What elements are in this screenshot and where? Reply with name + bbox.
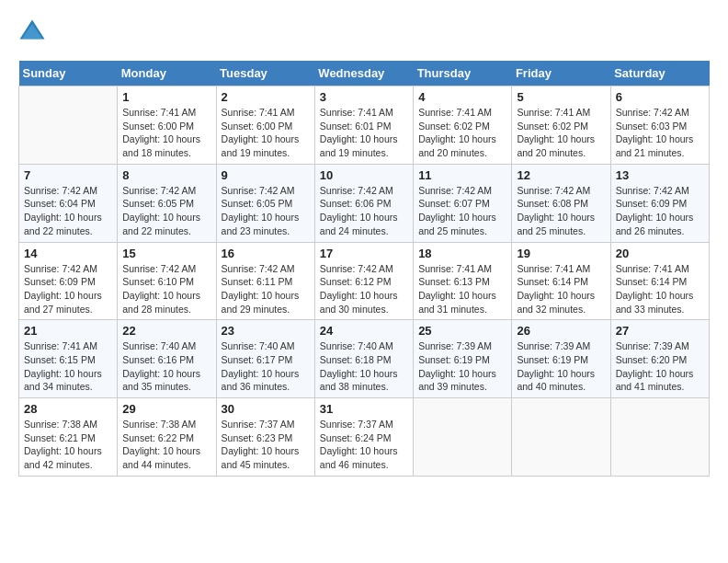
calendar-cell: 13Sunrise: 7:42 AM Sunset: 6:09 PM Dayli… <box>610 164 709 242</box>
column-header-monday: Monday <box>118 61 216 86</box>
day-number: 25 <box>418 324 506 338</box>
cell-content: Sunrise: 7:42 AM Sunset: 6:12 PM Dayligh… <box>320 262 408 316</box>
calendar-cell: 26Sunrise: 7:39 AM Sunset: 6:19 PM Dayli… <box>512 320 610 398</box>
day-number: 22 <box>122 324 210 338</box>
cell-content: Sunrise: 7:42 AM Sunset: 6:06 PM Dayligh… <box>320 184 408 238</box>
cell-content: Sunrise: 7:41 AM Sunset: 6:15 PM Dayligh… <box>24 339 112 394</box>
column-header-sunday: Sunday <box>19 61 118 86</box>
cell-content: Sunrise: 7:42 AM Sunset: 6:03 PM Dayligh… <box>616 106 704 160</box>
cell-content: Sunrise: 7:42 AM Sunset: 6:10 PM Dayligh… <box>122 262 210 316</box>
calendar-cell: 29Sunrise: 7:38 AM Sunset: 6:22 PM Dayli… <box>118 398 216 477</box>
calendar-cell <box>512 398 610 477</box>
calendar-cell <box>19 86 118 165</box>
day-number: 27 <box>616 324 704 338</box>
day-number: 24 <box>320 324 408 338</box>
calendar-cell: 10Sunrise: 7:42 AM Sunset: 6:06 PM Dayli… <box>314 164 413 242</box>
cell-content: Sunrise: 7:42 AM Sunset: 6:05 PM Dayligh… <box>122 184 210 238</box>
page-header <box>18 18 710 46</box>
cell-content: Sunrise: 7:41 AM Sunset: 6:14 PM Dayligh… <box>616 262 704 316</box>
day-number: 10 <box>320 168 408 182</box>
calendar-cell: 14Sunrise: 7:42 AM Sunset: 6:09 PM Dayli… <box>19 242 118 320</box>
day-number: 9 <box>222 168 310 182</box>
day-number: 29 <box>122 402 210 416</box>
calendar-cell: 4Sunrise: 7:41 AM Sunset: 6:02 PM Daylig… <box>414 86 512 165</box>
day-number: 23 <box>222 324 310 338</box>
header-row: SundayMondayTuesdayWednesdayThursdayFrid… <box>19 61 710 86</box>
calendar-cell: 23Sunrise: 7:40 AM Sunset: 6:17 PM Dayli… <box>216 320 314 398</box>
day-number: 4 <box>418 90 506 104</box>
column-header-thursday: Thursday <box>414 61 512 86</box>
cell-content: Sunrise: 7:41 AM Sunset: 6:00 PM Dayligh… <box>122 106 210 160</box>
day-number: 15 <box>122 247 210 260</box>
cell-content: Sunrise: 7:41 AM Sunset: 6:01 PM Dayligh… <box>320 106 408 160</box>
cell-content: Sunrise: 7:42 AM Sunset: 6:08 PM Dayligh… <box>517 184 605 238</box>
cell-content: Sunrise: 7:42 AM Sunset: 6:11 PM Dayligh… <box>222 262 310 316</box>
calendar-cell: 15Sunrise: 7:42 AM Sunset: 6:10 PM Dayli… <box>118 242 216 320</box>
calendar-cell: 24Sunrise: 7:40 AM Sunset: 6:18 PM Dayli… <box>314 320 413 398</box>
day-number: 5 <box>517 90 605 104</box>
calendar-cell: 19Sunrise: 7:41 AM Sunset: 6:14 PM Dayli… <box>512 242 610 320</box>
day-number: 6 <box>616 90 704 104</box>
cell-content: Sunrise: 7:41 AM Sunset: 6:02 PM Dayligh… <box>418 106 506 160</box>
cell-content: Sunrise: 7:41 AM Sunset: 6:14 PM Dayligh… <box>517 262 605 316</box>
column-header-tuesday: Tuesday <box>216 61 314 86</box>
calendar-cell: 7Sunrise: 7:42 AM Sunset: 6:04 PM Daylig… <box>19 164 118 242</box>
calendar-cell: 3Sunrise: 7:41 AM Sunset: 6:01 PM Daylig… <box>314 86 413 165</box>
logo-icon <box>18 18 46 46</box>
day-number: 19 <box>517 247 605 260</box>
cell-content: Sunrise: 7:42 AM Sunset: 6:04 PM Dayligh… <box>24 184 112 238</box>
cell-content: Sunrise: 7:42 AM Sunset: 6:09 PM Dayligh… <box>616 184 704 238</box>
week-row-1: 1Sunrise: 7:41 AM Sunset: 6:00 PM Daylig… <box>19 86 710 165</box>
calendar-cell: 22Sunrise: 7:40 AM Sunset: 6:16 PM Dayli… <box>118 320 216 398</box>
calendar-cell: 25Sunrise: 7:39 AM Sunset: 6:19 PM Dayli… <box>414 320 512 398</box>
cell-content: Sunrise: 7:37 AM Sunset: 6:24 PM Dayligh… <box>320 418 408 472</box>
cell-content: Sunrise: 7:40 AM Sunset: 6:17 PM Dayligh… <box>222 339 310 394</box>
cell-content: Sunrise: 7:40 AM Sunset: 6:18 PM Dayligh… <box>320 339 408 394</box>
day-number: 2 <box>222 90 310 104</box>
calendar-cell: 8Sunrise: 7:42 AM Sunset: 6:05 PM Daylig… <box>118 164 216 242</box>
day-number: 14 <box>24 247 112 260</box>
cell-content: Sunrise: 7:38 AM Sunset: 6:21 PM Dayligh… <box>24 418 112 472</box>
calendar-cell: 12Sunrise: 7:42 AM Sunset: 6:08 PM Dayli… <box>512 164 610 242</box>
column-header-wednesday: Wednesday <box>314 61 413 86</box>
cell-content: Sunrise: 7:38 AM Sunset: 6:22 PM Dayligh… <box>122 418 210 472</box>
day-number: 1 <box>122 90 210 104</box>
week-row-3: 14Sunrise: 7:42 AM Sunset: 6:09 PM Dayli… <box>19 242 710 320</box>
calendar-cell: 9Sunrise: 7:42 AM Sunset: 6:05 PM Daylig… <box>216 164 314 242</box>
cell-content: Sunrise: 7:39 AM Sunset: 6:19 PM Dayligh… <box>418 339 506 394</box>
calendar-cell: 1Sunrise: 7:41 AM Sunset: 6:00 PM Daylig… <box>118 86 216 165</box>
day-number: 16 <box>222 247 310 260</box>
calendar-cell: 16Sunrise: 7:42 AM Sunset: 6:11 PM Dayli… <box>216 242 314 320</box>
cell-content: Sunrise: 7:41 AM Sunset: 6:00 PM Dayligh… <box>222 106 310 160</box>
calendar-cell: 6Sunrise: 7:42 AM Sunset: 6:03 PM Daylig… <box>610 86 709 165</box>
day-number: 26 <box>517 324 605 338</box>
logo <box>18 18 50 46</box>
cell-content: Sunrise: 7:41 AM Sunset: 6:13 PM Dayligh… <box>418 262 506 316</box>
column-header-saturday: Saturday <box>610 61 709 86</box>
calendar-cell: 5Sunrise: 7:41 AM Sunset: 6:02 PM Daylig… <box>512 86 610 165</box>
calendar-cell <box>610 398 709 477</box>
cell-content: Sunrise: 7:39 AM Sunset: 6:19 PM Dayligh… <box>517 339 605 394</box>
week-row-4: 21Sunrise: 7:41 AM Sunset: 6:15 PM Dayli… <box>19 320 710 398</box>
day-number: 13 <box>616 168 704 182</box>
column-header-friday: Friday <box>512 61 610 86</box>
day-number: 7 <box>24 168 112 182</box>
week-row-2: 7Sunrise: 7:42 AM Sunset: 6:04 PM Daylig… <box>19 164 710 242</box>
calendar-cell: 20Sunrise: 7:41 AM Sunset: 6:14 PM Dayli… <box>610 242 709 320</box>
day-number: 21 <box>24 324 112 338</box>
cell-content: Sunrise: 7:39 AM Sunset: 6:20 PM Dayligh… <box>616 339 704 394</box>
calendar-cell: 11Sunrise: 7:42 AM Sunset: 6:07 PM Dayli… <box>414 164 512 242</box>
calendar-table: SundayMondayTuesdayWednesdayThursdayFrid… <box>18 61 710 477</box>
cell-content: Sunrise: 7:42 AM Sunset: 6:05 PM Dayligh… <box>222 184 310 238</box>
day-number: 18 <box>418 247 506 260</box>
cell-content: Sunrise: 7:42 AM Sunset: 6:09 PM Dayligh… <box>24 262 112 316</box>
day-number: 31 <box>320 402 408 416</box>
calendar-cell: 21Sunrise: 7:41 AM Sunset: 6:15 PM Dayli… <box>19 320 118 398</box>
cell-content: Sunrise: 7:42 AM Sunset: 6:07 PM Dayligh… <box>418 184 506 238</box>
day-number: 28 <box>24 402 112 416</box>
cell-content: Sunrise: 7:41 AM Sunset: 6:02 PM Dayligh… <box>517 106 605 160</box>
day-number: 11 <box>418 168 506 182</box>
cell-content: Sunrise: 7:37 AM Sunset: 6:23 PM Dayligh… <box>222 418 310 472</box>
calendar-cell: 17Sunrise: 7:42 AM Sunset: 6:12 PM Dayli… <box>314 242 413 320</box>
day-number: 30 <box>222 402 310 416</box>
